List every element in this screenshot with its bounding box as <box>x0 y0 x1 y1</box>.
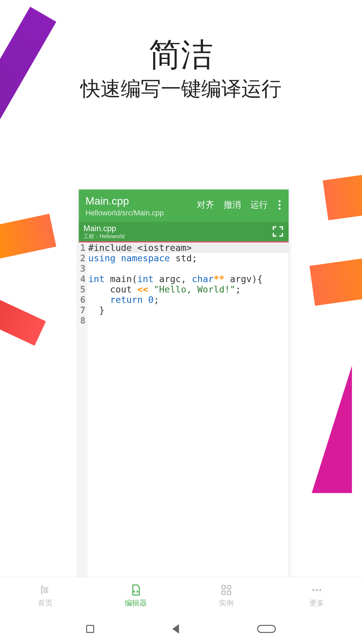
nav-examples[interactable]: 实例 <box>181 577 272 614</box>
system-nav-bar <box>0 614 362 644</box>
svg-point-5 <box>316 589 318 591</box>
home-button[interactable] <box>257 625 276 633</box>
decoration-magenta <box>312 366 352 493</box>
svg-rect-0 <box>222 585 226 589</box>
dots-icon <box>310 583 323 597</box>
svg-point-6 <box>319 589 321 591</box>
editor-window: Main.cpp Helloworld/src/Main.cpp 对齐 撤消 运… <box>79 190 289 591</box>
hero-subtitle: 快速编写一键编译运行 <box>0 75 362 103</box>
editor-filename: Main.cpp <box>85 195 164 207</box>
nav-more[interactable]: 更多 <box>272 577 362 614</box>
decoration-orange-right-top <box>323 169 362 220</box>
tab-project: 工程：Helloworld <box>83 233 125 240</box>
home-icon <box>39 583 52 597</box>
bottom-nav: 首页 编辑器 实例 更多 <box>0 577 362 614</box>
svg-rect-3 <box>227 591 231 595</box>
run-button[interactable]: 运行 <box>250 199 268 211</box>
code-file-icon <box>129 583 142 597</box>
fullscreen-icon[interactable] <box>272 225 284 239</box>
nav-examples-label: 实例 <box>219 598 234 608</box>
tab-filename[interactable]: Main.cpp <box>83 224 125 233</box>
more-icon[interactable] <box>277 200 282 210</box>
nav-more-label: 更多 <box>309 598 324 608</box>
code-editor[interactable]: 1 2 3 4 5 6 7 8 #include <iostream>using… <box>79 243 289 591</box>
svg-rect-1 <box>227 585 231 589</box>
svg-rect-2 <box>222 591 226 595</box>
align-button[interactable]: 对齐 <box>197 199 214 211</box>
line-gutter: 1 2 3 4 5 6 7 8 <box>79 243 87 591</box>
back-button[interactable] <box>172 624 179 634</box>
svg-point-4 <box>312 589 314 591</box>
decoration-orange-left <box>0 214 56 263</box>
recents-button[interactable] <box>86 625 94 633</box>
editor-tabbar: Main.cpp 工程：Helloworld <box>79 221 289 241</box>
hero-title: 简洁 <box>0 34 362 77</box>
decoration-red-left <box>0 291 46 345</box>
editor-header: Main.cpp Helloworld/src/Main.cpp 对齐 撤消 运… <box>79 190 289 221</box>
grid-icon <box>220 583 233 597</box>
nav-home-label: 首页 <box>38 598 53 608</box>
nav-editor[interactable]: 编辑器 <box>90 577 181 614</box>
editor-filepath: Helloworld/src/Main.cpp <box>85 209 164 217</box>
nav-home[interactable]: 首页 <box>0 577 90 614</box>
undo-button[interactable]: 撤消 <box>224 199 241 211</box>
code-content[interactable]: #include <iostream>using namespace std; … <box>87 243 289 591</box>
decoration-orange-right <box>309 251 362 306</box>
nav-editor-label: 编辑器 <box>125 598 147 608</box>
